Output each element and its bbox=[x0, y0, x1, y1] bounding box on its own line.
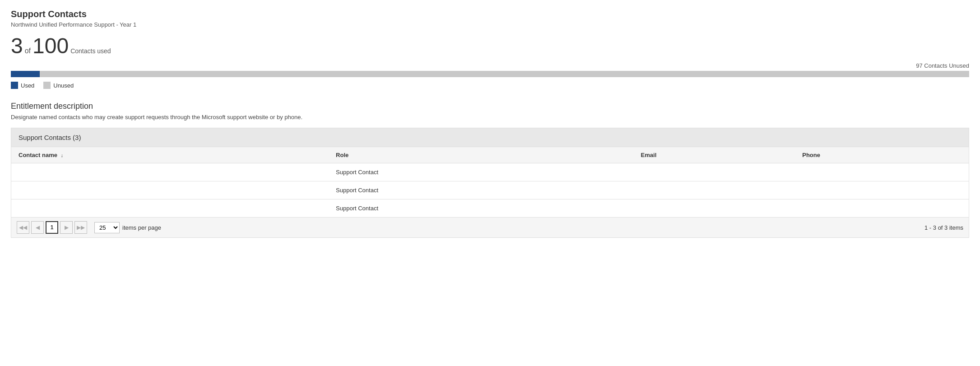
col-role: Role bbox=[329, 147, 634, 163]
entitlement-description: Designate named contacts who may create … bbox=[11, 114, 969, 120]
unused-count-label: 97 Contacts Unused bbox=[11, 62, 969, 69]
legend-used: Used bbox=[11, 82, 34, 89]
cell-phone-2 bbox=[795, 199, 969, 218]
contacts-total-count: 100 bbox=[33, 35, 69, 57]
cell-email-0 bbox=[634, 163, 795, 181]
pagination-range: 1 - 3 of 3 items bbox=[924, 224, 963, 231]
per-page-label: items per page bbox=[122, 224, 161, 231]
col-email: Email bbox=[634, 147, 795, 163]
contacts-used-label: Contacts used bbox=[70, 47, 111, 55]
support-contacts-table: Support Contacts (3) Contact name ↓ Role… bbox=[11, 128, 969, 238]
sort-icon-contact-name: ↓ bbox=[61, 153, 64, 158]
cell-contact_name-0 bbox=[11, 163, 329, 181]
cell-phone-0 bbox=[795, 163, 969, 181]
col-contact-name[interactable]: Contact name ↓ bbox=[11, 147, 329, 163]
page-subtitle: Northwind Unified Performance Support - … bbox=[11, 21, 969, 28]
legend-unused: Unused bbox=[43, 82, 74, 89]
contacts-count-summary: 3 of 100 Contacts used bbox=[11, 35, 969, 57]
table-header-row: Contact name ↓ Role Email Phone bbox=[11, 147, 969, 163]
entitlement-title: Entitlement description bbox=[11, 102, 969, 111]
table-title: Support Contacts (3) bbox=[11, 128, 969, 147]
page-title: Support Contacts bbox=[11, 9, 969, 19]
cell-contact_name-1 bbox=[11, 181, 329, 199]
used-swatch bbox=[11, 82, 18, 89]
legend-used-label: Used bbox=[21, 82, 34, 89]
contacts-of-label: of bbox=[25, 47, 31, 55]
cell-email-2 bbox=[634, 199, 795, 218]
page-1-button[interactable]: 1 bbox=[46, 221, 58, 234]
table-row: Support Contact bbox=[11, 163, 969, 181]
unused-swatch bbox=[43, 82, 51, 89]
legend-unused-label: Unused bbox=[53, 82, 74, 89]
first-page-button[interactable]: ◀◀ bbox=[17, 221, 29, 234]
contacts-used-count: 3 bbox=[11, 35, 23, 57]
items-per-page-select[interactable]: 25 50 100 bbox=[94, 222, 120, 233]
per-page-selector: 25 50 100 items per page bbox=[94, 222, 161, 233]
legend: Used Unused bbox=[11, 82, 969, 89]
cell-email-1 bbox=[634, 181, 795, 199]
progress-bar bbox=[11, 71, 969, 77]
cell-contact_name-2 bbox=[11, 199, 329, 218]
prev-page-button[interactable]: ◀ bbox=[31, 221, 44, 234]
table-row: Support Contact bbox=[11, 199, 969, 218]
cell-role-2: Support Contact bbox=[329, 199, 634, 218]
last-page-button[interactable]: ▶▶ bbox=[74, 221, 87, 234]
pagination-controls: ◀◀ ◀ 1 ▶ ▶▶ 25 50 100 items per page bbox=[17, 221, 161, 234]
col-phone: Phone bbox=[795, 147, 969, 163]
cell-role-0: Support Contact bbox=[329, 163, 634, 181]
progress-bar-fill bbox=[11, 71, 40, 77]
pagination-bar: ◀◀ ◀ 1 ▶ ▶▶ 25 50 100 items per page 1 -… bbox=[11, 217, 969, 237]
next-page-button[interactable]: ▶ bbox=[60, 221, 73, 234]
cell-role-1: Support Contact bbox=[329, 181, 634, 199]
cell-phone-1 bbox=[795, 181, 969, 199]
table-row: Support Contact bbox=[11, 181, 969, 199]
